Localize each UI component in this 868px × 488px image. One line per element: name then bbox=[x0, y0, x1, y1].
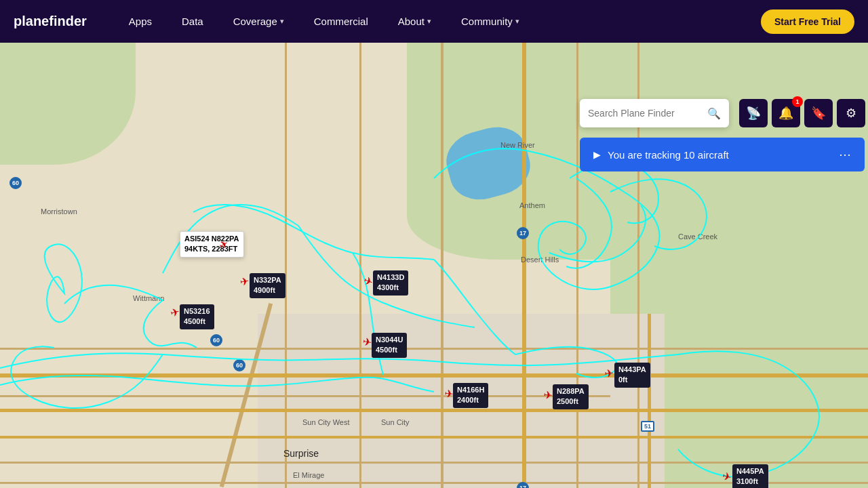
aircraft-id-n445pa: N445PA bbox=[736, 466, 764, 476]
map-container[interactable]: Morristown New River Anthem Desert Hills… bbox=[0, 43, 868, 488]
logo[interactable]: planefinder bbox=[14, 14, 87, 29]
settings-button[interactable]: ⚙ bbox=[837, 99, 865, 127]
place-new-river: New River bbox=[500, 141, 535, 149]
bell-icon: 🔔 bbox=[778, 106, 793, 121]
road-major-h5 bbox=[0, 462, 868, 464]
bookmark-icon: 🔖 bbox=[811, 106, 826, 121]
place-cave-creek: Cave Creek bbox=[678, 232, 717, 241]
aircraft-icon-n443pa[interactable]: ✈ bbox=[604, 367, 614, 380]
radar-button[interactable]: 📡 bbox=[739, 99, 768, 127]
aircraft-id-n53216: N53216 bbox=[184, 306, 210, 317]
aircraft-label-n332pa[interactable]: N332PA 4900ft bbox=[250, 273, 285, 298]
aircraft-id-n443pa: N443PA bbox=[618, 365, 646, 375]
about-chevron-icon: ▾ bbox=[427, 17, 431, 26]
highway-shield-60c: 60 bbox=[210, 334, 222, 346]
aircraft-id-n332pa: N332PA bbox=[254, 275, 281, 285]
road-major-h2 bbox=[0, 436, 868, 439]
tracking-chevron-icon: ▶ bbox=[593, 149, 601, 160]
road-major-h3 bbox=[0, 348, 868, 350]
aircraft-id-n4133d: N4133D bbox=[377, 272, 404, 283]
aircraft-label-n288pa[interactable]: N288PA 2500ft bbox=[553, 384, 589, 409]
highway-shield-60w: 60 bbox=[9, 177, 22, 189]
road-i60 bbox=[0, 373, 868, 378]
aircraft-label-n53216[interactable]: N53216 4500ft bbox=[180, 304, 214, 329]
radar-icon: 📡 bbox=[746, 106, 761, 121]
aircraft-id-n288pa: N288PA bbox=[557, 386, 585, 396]
aircraft-label-n4133d[interactable]: N4133D 4300ft bbox=[373, 270, 408, 296]
search-icon[interactable]: 🔍 bbox=[707, 107, 721, 120]
place-morristown: Morristown bbox=[41, 207, 77, 216]
road-major-v3 bbox=[285, 43, 287, 488]
road-i51 bbox=[648, 314, 651, 488]
nav-items: Apps Data Coverage ▾ Commercial About ▾ … bbox=[114, 0, 761, 43]
aircraft-alt-n445pa: 3100ft bbox=[736, 476, 764, 487]
nav-community[interactable]: Community ▾ bbox=[446, 0, 534, 43]
aircraft-icon-n288pa[interactable]: ✈ bbox=[543, 388, 553, 402]
aircraft-alt-n4133d: 4300ft bbox=[377, 283, 404, 293]
place-surprise: Surprise bbox=[283, 448, 319, 459]
aircraft-id-asi524: ASI524 N822PA bbox=[184, 234, 239, 244]
road-major-h1 bbox=[0, 409, 868, 412]
place-el-mirage: El Mirage bbox=[293, 471, 324, 479]
aircraft-id-n4166h: N4166H bbox=[457, 385, 484, 395]
aircraft-alt-n53216: 4500ft bbox=[184, 317, 210, 327]
start-free-button[interactable]: Start Free Trial bbox=[761, 9, 854, 34]
bookmark-button[interactable]: 🔖 bbox=[804, 99, 833, 127]
aircraft-alt-n4166h: 2400ft bbox=[457, 395, 484, 405]
navbar: planefinder Apps Data Coverage ▾ Commerc… bbox=[0, 0, 868, 43]
gear-icon: ⚙ bbox=[846, 106, 856, 121]
highway-shield-51: 51 bbox=[641, 421, 654, 432]
toolbar: 📡 🔔 1 🔖 ⚙ ⊞ bbox=[739, 99, 868, 127]
aircraft-label-n4166h[interactable]: N4166H 2400ft bbox=[453, 383, 488, 408]
aircraft-alt-n332pa: 4900ft bbox=[254, 285, 281, 296]
aircraft-label-n3044u[interactable]: N3044U 4500ft bbox=[372, 333, 407, 358]
nav-coverage[interactable]: Coverage ▾ bbox=[218, 0, 299, 43]
aircraft-alt-n288pa: 2500ft bbox=[557, 396, 585, 407]
place-sun-city: Sun City bbox=[381, 418, 410, 426]
search-input[interactable] bbox=[588, 108, 707, 119]
aircraft-label-asi524[interactable]: ASI524 N822PA 94KTS, 2283FT bbox=[180, 231, 244, 258]
tracking-expand-icon: ⋯ bbox=[839, 147, 851, 162]
aircraft-alt-n443pa: 0ft bbox=[618, 375, 646, 385]
search-bar: 🔍 bbox=[580, 99, 729, 127]
nav-data[interactable]: Data bbox=[167, 0, 218, 43]
tracking-banner[interactable]: ▶ You are tracking 10 aircraft ⋯ bbox=[580, 138, 865, 171]
notifications-button[interactable]: 🔔 1 bbox=[772, 99, 800, 127]
place-anthem: Anthem bbox=[519, 201, 545, 209]
road-major-h4 bbox=[0, 395, 610, 397]
aircraft-label-n443pa[interactable]: N443PA 0ft bbox=[614, 363, 650, 388]
highway-shield-17: 17 bbox=[517, 227, 529, 239]
community-chevron-icon: ▾ bbox=[515, 17, 519, 26]
aircraft-alt-n3044u: 4500ft bbox=[376, 345, 403, 355]
road-i17 bbox=[522, 43, 526, 488]
nav-apps[interactable]: Apps bbox=[114, 0, 167, 43]
place-desert-hills: Desert Hills bbox=[521, 256, 559, 264]
notification-badge: 1 bbox=[792, 96, 803, 107]
place-wittmann: Wittmann bbox=[133, 294, 164, 302]
coverage-chevron-icon: ▾ bbox=[280, 17, 284, 26]
aircraft-label-n445pa[interactable]: N445PA 3100ft bbox=[732, 464, 768, 488]
tracking-text: You are tracking 10 aircraft bbox=[608, 149, 729, 161]
highway-shield-60b: 60 bbox=[233, 359, 245, 371]
aircraft-info-asi524: 94KTS, 2283FT bbox=[184, 244, 239, 254]
place-sun-city-west: Sun City West bbox=[302, 418, 350, 426]
road-major-v4 bbox=[576, 43, 578, 488]
road-major-v1 bbox=[441, 43, 443, 488]
road-major-v2 bbox=[359, 43, 361, 488]
nav-about[interactable]: About ▾ bbox=[383, 0, 446, 43]
nav-commercial[interactable]: Commercial bbox=[299, 0, 383, 43]
aircraft-id-n3044u: N3044U bbox=[376, 335, 403, 345]
aircraft-icon-n4166h[interactable]: ✈ bbox=[444, 387, 454, 401]
